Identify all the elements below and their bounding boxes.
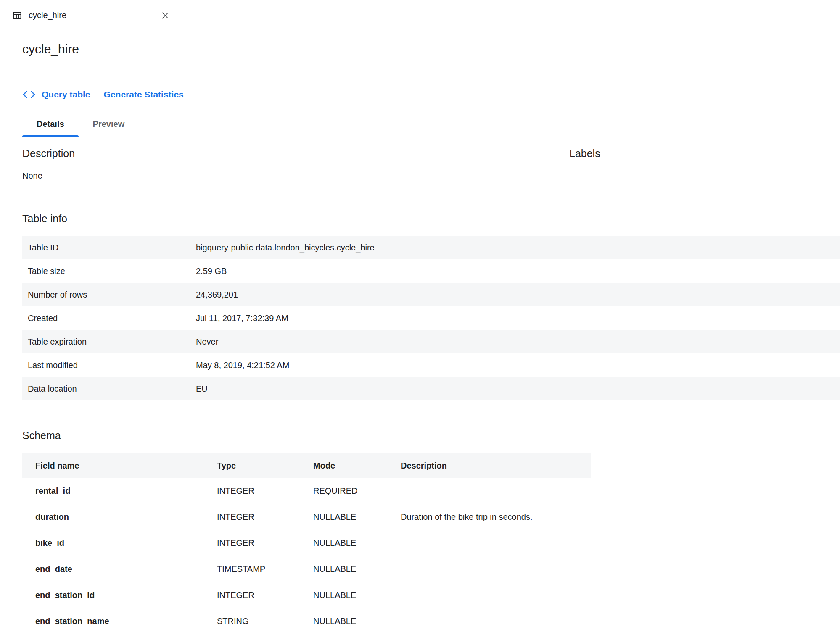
info-value: 2.59 GB — [196, 266, 227, 276]
schema-heading: Schema — [22, 429, 840, 442]
schema-row: end_date TIMESTAMP NULLABLE — [22, 556, 591, 582]
query-table-label: Query table — [42, 90, 90, 100]
generate-statistics-label: Generate Statistics — [104, 90, 184, 100]
schema-row: bike_id INTEGER NULLABLE — [22, 530, 591, 556]
schema-field-mode: NULLABLE — [313, 616, 401, 626]
schema-row: duration INTEGER NULLABLE Duration of th… — [22, 504, 591, 530]
table-row: Data location EU — [22, 377, 840, 400]
schema-row: end_station_name STRING NULLABLE — [22, 608, 591, 632]
schema-field-mode: NULLABLE — [313, 590, 401, 600]
page-title: cycle_hire — [22, 42, 79, 56]
info-label: Number of rows — [28, 290, 196, 300]
description-value: None — [22, 171, 569, 181]
schema-col-field: Field name — [35, 461, 217, 471]
info-label: Data location — [28, 384, 196, 394]
description-column: Description None — [22, 147, 569, 181]
schema-field-mode: NULLABLE — [313, 564, 401, 574]
info-label: Last modified — [28, 361, 196, 370]
schema-field-description: Duration of the bike trip in seconds. — [401, 512, 591, 522]
schema-field-name: end_station_name — [35, 616, 217, 626]
detail-tabs: Details Preview — [0, 112, 840, 137]
description-section: Description None Labels — [22, 147, 840, 181]
tab-preview[interactable]: Preview — [79, 112, 139, 137]
schema-field-type: TIMESTAMP — [217, 564, 313, 574]
schema-field-type: INTEGER — [217, 486, 313, 496]
table-row: Table expiration Never — [22, 330, 840, 353]
info-label: Table expiration — [28, 337, 196, 347]
tab-strip: cycle_hire — [0, 0, 840, 31]
info-label: Table ID — [28, 243, 196, 253]
table-info-heading: Table info — [22, 212, 840, 225]
schema-row: rental_id INTEGER REQUIRED — [22, 478, 591, 504]
schema-field-type: INTEGER — [217, 512, 313, 522]
schema-field-type: STRING — [217, 616, 313, 626]
table-info-rows: Table ID bigquery-public-data.london_bic… — [0, 236, 840, 400]
schema-row: end_station_id INTEGER NULLABLE — [22, 582, 591, 608]
table-row: Last modified May 8, 2019, 4:21:52 AM — [22, 353, 840, 377]
table-row: Table ID bigquery-public-data.london_bic… — [22, 236, 840, 259]
table-info-section: Table info Table ID bigquery-public-data… — [0, 212, 840, 400]
info-value: Never — [196, 337, 218, 347]
info-value: EU — [196, 384, 208, 394]
info-value: 24,369,201 — [196, 290, 238, 300]
schema-field-name: rental_id — [35, 486, 217, 496]
table-row: Number of rows 24,369,201 — [22, 283, 840, 306]
schema-field-type: INTEGER — [217, 590, 313, 600]
info-label: Created — [28, 313, 196, 323]
schema-header-row: Field name Type Mode Description — [22, 453, 591, 478]
schema-col-type: Type — [217, 461, 313, 471]
schema-col-description: Description — [401, 461, 591, 471]
schema-field-mode: REQUIRED — [313, 486, 401, 496]
info-value: Jul 11, 2017, 7:32:39 AM — [196, 313, 288, 323]
table-grid-icon — [13, 11, 22, 20]
info-label: Table size — [28, 266, 196, 276]
close-icon[interactable] — [157, 8, 173, 24]
description-heading: Description — [22, 147, 569, 160]
schema-table: Field name Type Mode Description rental_… — [22, 453, 591, 632]
query-table-button[interactable]: Query table — [22, 90, 90, 100]
schema-section: Schema Field name Type Mode Description … — [0, 429, 840, 632]
table-row: Created Jul 11, 2017, 7:32:39 AM — [22, 306, 840, 330]
info-value: May 8, 2019, 4:21:52 AM — [196, 361, 289, 370]
schema-field-mode: NULLABLE — [313, 512, 401, 522]
tab-label: cycle_hire — [29, 11, 151, 20]
labels-heading: Labels — [569, 147, 600, 160]
schema-field-name: bike_id — [35, 538, 217, 548]
tab-cycle-hire[interactable]: cycle_hire — [0, 0, 182, 31]
info-value: bigquery-public-data.london_bicycles.cyc… — [196, 243, 375, 253]
schema-field-name: duration — [35, 512, 217, 522]
table-row: Table size 2.59 GB — [22, 259, 840, 283]
title-bar: cycle_hire — [0, 31, 840, 67]
schema-field-type: INTEGER — [217, 538, 313, 548]
schema-field-name: end_station_id — [35, 590, 217, 600]
schema-field-mode: NULLABLE — [313, 538, 401, 548]
action-bar: Query table Generate Statistics — [22, 88, 840, 101]
code-icon — [22, 90, 36, 99]
generate-statistics-button[interactable]: Generate Statistics — [104, 90, 184, 100]
labels-column: Labels — [569, 147, 600, 181]
tab-details[interactable]: Details — [22, 112, 79, 137]
schema-field-name: end_date — [35, 564, 217, 574]
schema-col-mode: Mode — [313, 461, 401, 471]
